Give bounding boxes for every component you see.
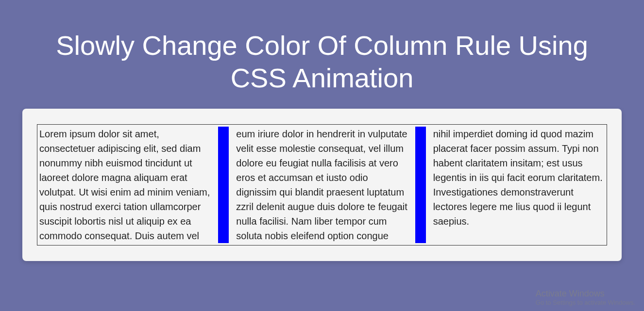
watermark-title: Activate Windows [536, 289, 635, 299]
windows-activation-watermark: Activate Windows Go to Settings to activ… [536, 289, 635, 306]
page-title: Slowly Change Color Of Column Rule Using… [0, 0, 644, 109]
watermark-subtitle: Go to Settings to activate Windows. [536, 299, 635, 306]
multi-column-text: Lorem ipsum dolor sit amet, consectetuer… [37, 124, 607, 246]
content-card: Lorem ipsum dolor sit amet, consectetuer… [22, 109, 622, 261]
